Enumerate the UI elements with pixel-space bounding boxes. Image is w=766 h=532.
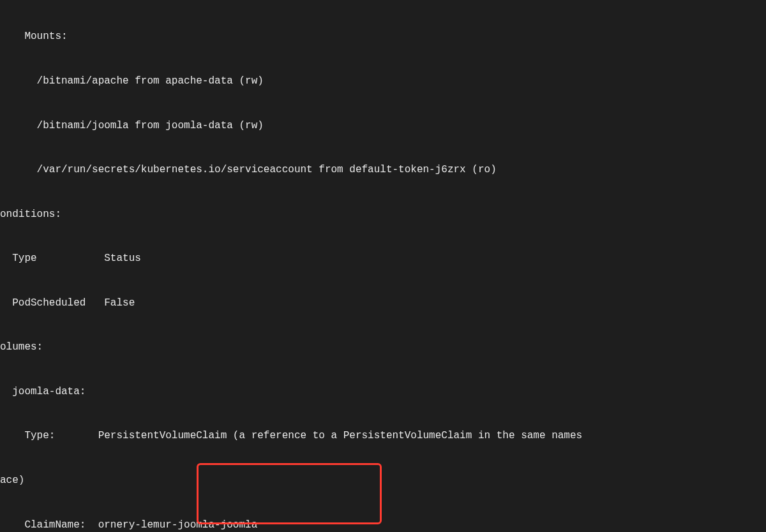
terminal-line: /bitnami/joomla from joomla-data (rw)	[0, 119, 582, 133]
terminal-line: PodScheduled False	[0, 296, 582, 311]
terminal-line: Mounts:	[0, 29, 582, 44]
terminal-line: Type: PersistentVolumeClaim (a reference…	[0, 429, 582, 443]
terminal-line: /bitnami/apache from apache-data (rw)	[0, 74, 582, 89]
terminal-line: olumes:	[0, 340, 582, 355]
terminal-line: ClaimName: ornery-lemur-joomla-joomla	[0, 518, 582, 532]
terminal-line: /var/run/secrets/kubernetes.io/serviceac…	[0, 163, 582, 177]
terminal-line: joomla-data:	[0, 385, 582, 399]
terminal-line: onditions:	[0, 207, 582, 222]
terminal-line: Type Status	[0, 251, 582, 266]
terminal-output[interactable]: Mounts: /bitnami/apache from apache-data…	[0, 0, 582, 532]
terminal-line: ace)	[0, 473, 582, 488]
